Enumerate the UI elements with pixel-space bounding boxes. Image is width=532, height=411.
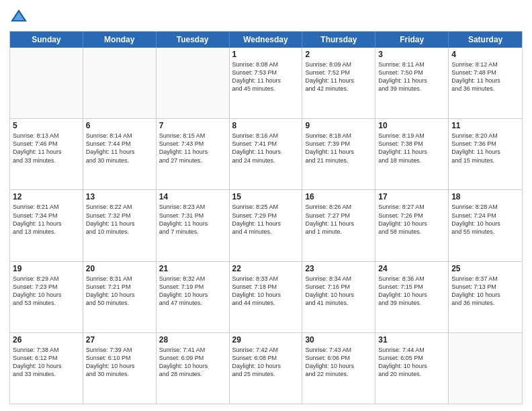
day-info: Sunrise: 8:25 AM Sunset: 7:29 PM Dayligh… xyxy=(232,203,281,234)
day-info: Sunrise: 8:37 AM Sunset: 7:13 PM Dayligh… xyxy=(451,275,500,306)
day-cell-6: 6Sunrise: 8:14 AM Sunset: 7:44 PM Daylig… xyxy=(83,119,157,189)
header-day-wednesday: Wednesday xyxy=(230,32,303,48)
day-info: Sunrise: 8:27 AM Sunset: 7:26 PM Dayligh… xyxy=(378,203,427,234)
day-cell-15: 15Sunrise: 8:25 AM Sunset: 7:29 PM Dayli… xyxy=(230,190,303,261)
day-cell-13: 13Sunrise: 8:22 AM Sunset: 7:32 PM Dayli… xyxy=(83,190,157,261)
day-number: 17 xyxy=(378,192,445,201)
day-cell-8: 8Sunrise: 8:16 AM Sunset: 7:41 PM Daylig… xyxy=(230,119,303,189)
day-info: Sunrise: 8:15 AM Sunset: 7:43 PM Dayligh… xyxy=(159,132,208,163)
page: SundayMondayTuesdayWednesdayThursdayFrid… xyxy=(0,0,532,411)
day-cell-2: 2Sunrise: 8:09 AM Sunset: 7:52 PM Daylig… xyxy=(302,48,375,118)
day-cell-20: 20Sunrise: 8:31 AM Sunset: 7:21 PM Dayli… xyxy=(83,262,157,332)
day-info: Sunrise: 8:18 AM Sunset: 7:39 PM Dayligh… xyxy=(305,132,354,163)
day-info: Sunrise: 8:28 AM Sunset: 7:24 PM Dayligh… xyxy=(451,203,500,234)
day-number: 21 xyxy=(159,264,226,273)
header xyxy=(9,7,523,26)
day-number: 24 xyxy=(378,264,445,273)
day-number: 25 xyxy=(451,264,519,273)
day-info: Sunrise: 7:38 AM Sunset: 6:12 PM Dayligh… xyxy=(13,347,62,377)
empty-cell xyxy=(83,48,157,118)
calendar-body: 1Sunrise: 8:08 AM Sunset: 7:53 PM Daylig… xyxy=(10,48,522,404)
header-day-thursday: Thursday xyxy=(302,32,375,48)
day-cell-12: 12Sunrise: 8:21 AM Sunset: 7:34 PM Dayli… xyxy=(10,190,83,261)
day-info: Sunrise: 8:21 AM Sunset: 7:34 PM Dayligh… xyxy=(13,203,62,234)
day-info: Sunrise: 8:19 AM Sunset: 7:38 PM Dayligh… xyxy=(378,132,427,163)
day-cell-29: 29Sunrise: 7:42 AM Sunset: 6:08 PM Dayli… xyxy=(230,333,303,404)
day-cell-28: 28Sunrise: 7:41 AM Sunset: 6:09 PM Dayli… xyxy=(157,333,230,404)
day-number: 14 xyxy=(159,192,226,201)
week-row-2: 5Sunrise: 8:13 AM Sunset: 7:46 PM Daylig… xyxy=(10,118,522,189)
day-cell-30: 30Sunrise: 7:43 AM Sunset: 6:06 PM Dayli… xyxy=(302,333,375,404)
empty-cell xyxy=(10,48,83,118)
day-number: 1 xyxy=(232,50,300,59)
logo xyxy=(9,7,31,26)
day-info: Sunrise: 8:20 AM Sunset: 7:36 PM Dayligh… xyxy=(451,132,500,163)
day-number: 13 xyxy=(86,192,153,201)
day-cell-11: 11Sunrise: 8:20 AM Sunset: 7:36 PM Dayli… xyxy=(449,119,522,189)
day-cell-16: 16Sunrise: 8:26 AM Sunset: 7:27 PM Dayli… xyxy=(302,190,375,261)
day-cell-19: 19Sunrise: 8:29 AM Sunset: 7:23 PM Dayli… xyxy=(10,262,83,332)
day-number: 28 xyxy=(159,335,226,345)
day-info: Sunrise: 7:43 AM Sunset: 6:06 PM Dayligh… xyxy=(305,347,354,377)
day-number: 8 xyxy=(232,121,300,130)
day-info: Sunrise: 8:23 AM Sunset: 7:31 PM Dayligh… xyxy=(159,203,208,234)
empty-cell xyxy=(449,333,522,404)
day-cell-26: 26Sunrise: 7:38 AM Sunset: 6:12 PM Dayli… xyxy=(10,333,83,404)
day-number: 3 xyxy=(378,50,445,59)
header-day-friday: Friday xyxy=(375,32,449,48)
day-cell-31: 31Sunrise: 7:44 AM Sunset: 6:05 PM Dayli… xyxy=(375,333,449,404)
day-cell-1: 1Sunrise: 8:08 AM Sunset: 7:53 PM Daylig… xyxy=(230,48,303,118)
day-number: 30 xyxy=(305,335,372,345)
day-info: Sunrise: 8:12 AM Sunset: 7:48 PM Dayligh… xyxy=(451,61,500,92)
calendar-header: SundayMondayTuesdayWednesdayThursdayFrid… xyxy=(10,32,522,48)
day-cell-25: 25Sunrise: 8:37 AM Sunset: 7:13 PM Dayli… xyxy=(449,262,522,332)
week-row-1: 1Sunrise: 8:08 AM Sunset: 7:53 PM Daylig… xyxy=(10,48,522,118)
day-cell-18: 18Sunrise: 8:28 AM Sunset: 7:24 PM Dayli… xyxy=(449,190,522,261)
day-number: 26 xyxy=(13,335,80,345)
day-cell-4: 4Sunrise: 8:12 AM Sunset: 7:48 PM Daylig… xyxy=(449,48,522,118)
day-info: Sunrise: 8:29 AM Sunset: 7:23 PM Dayligh… xyxy=(13,275,62,306)
day-info: Sunrise: 8:36 AM Sunset: 7:15 PM Dayligh… xyxy=(378,275,427,306)
day-info: Sunrise: 8:16 AM Sunset: 7:41 PM Dayligh… xyxy=(232,132,281,163)
day-cell-23: 23Sunrise: 8:34 AM Sunset: 7:16 PM Dayli… xyxy=(302,262,375,332)
day-cell-24: 24Sunrise: 8:36 AM Sunset: 7:15 PM Dayli… xyxy=(375,262,449,332)
header-day-sunday: Sunday xyxy=(10,32,83,48)
day-number: 9 xyxy=(305,121,372,130)
day-number: 5 xyxy=(13,121,80,130)
day-info: Sunrise: 8:34 AM Sunset: 7:16 PM Dayligh… xyxy=(305,275,354,306)
day-info: Sunrise: 8:11 AM Sunset: 7:50 PM Dayligh… xyxy=(378,61,427,92)
day-info: Sunrise: 7:44 AM Sunset: 6:05 PM Dayligh… xyxy=(378,347,427,377)
day-cell-14: 14Sunrise: 8:23 AM Sunset: 7:31 PM Dayli… xyxy=(157,190,230,261)
day-number: 23 xyxy=(305,264,372,273)
empty-cell xyxy=(157,48,230,118)
day-number: 29 xyxy=(232,335,300,345)
day-cell-10: 10Sunrise: 8:19 AM Sunset: 7:38 PM Dayli… xyxy=(375,119,449,189)
week-row-5: 26Sunrise: 7:38 AM Sunset: 6:12 PM Dayli… xyxy=(10,332,522,404)
day-cell-17: 17Sunrise: 8:27 AM Sunset: 7:26 PM Dayli… xyxy=(375,190,449,261)
day-number: 12 xyxy=(13,192,80,201)
day-info: Sunrise: 8:13 AM Sunset: 7:46 PM Dayligh… xyxy=(13,132,62,163)
day-cell-22: 22Sunrise: 8:33 AM Sunset: 7:18 PM Dayli… xyxy=(230,262,303,332)
day-cell-21: 21Sunrise: 8:32 AM Sunset: 7:19 PM Dayli… xyxy=(157,262,230,332)
day-number: 19 xyxy=(13,264,80,273)
day-info: Sunrise: 8:32 AM Sunset: 7:19 PM Dayligh… xyxy=(159,275,208,306)
day-number: 16 xyxy=(305,192,372,201)
day-number: 18 xyxy=(451,192,519,201)
day-info: Sunrise: 7:42 AM Sunset: 6:08 PM Dayligh… xyxy=(232,347,281,377)
header-day-saturday: Saturday xyxy=(449,32,522,48)
day-info: Sunrise: 8:22 AM Sunset: 7:32 PM Dayligh… xyxy=(86,203,135,234)
day-cell-9: 9Sunrise: 8:18 AM Sunset: 7:39 PM Daylig… xyxy=(302,119,375,189)
logo-icon xyxy=(9,7,28,26)
day-info: Sunrise: 7:39 AM Sunset: 6:10 PM Dayligh… xyxy=(86,347,135,377)
day-cell-5: 5Sunrise: 8:13 AM Sunset: 7:46 PM Daylig… xyxy=(10,119,83,189)
day-info: Sunrise: 8:08 AM Sunset: 7:53 PM Dayligh… xyxy=(232,61,281,92)
day-number: 6 xyxy=(86,121,153,130)
day-cell-3: 3Sunrise: 8:11 AM Sunset: 7:50 PM Daylig… xyxy=(375,48,449,118)
day-info: Sunrise: 8:33 AM Sunset: 7:18 PM Dayligh… xyxy=(232,275,281,306)
day-number: 11 xyxy=(451,121,519,130)
day-number: 15 xyxy=(232,192,300,201)
week-row-4: 19Sunrise: 8:29 AM Sunset: 7:23 PM Dayli… xyxy=(10,261,522,332)
day-number: 31 xyxy=(378,335,445,345)
day-number: 10 xyxy=(378,121,445,130)
day-number: 20 xyxy=(86,264,153,273)
